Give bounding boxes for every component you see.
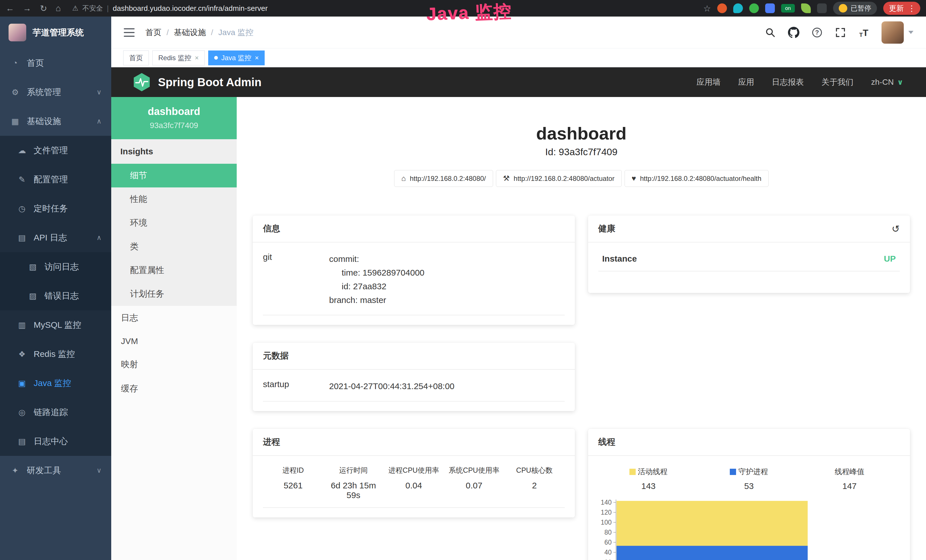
sba-item-mappings[interactable]: 映射 — [111, 352, 237, 377]
font-size-icon[interactable]: TT — [858, 27, 870, 38]
extension-icon[interactable] — [733, 3, 743, 13]
search-icon[interactable] — [764, 27, 776, 38]
sidebar-item-config-management[interactable]: ✎ 配置管理 — [0, 165, 111, 194]
legend-value: 143 — [598, 481, 699, 491]
sba-nav-wallboard[interactable]: 应用墙 — [697, 77, 721, 88]
metadata-value: 2021-04-27T00:44:31.254+08:00 — [329, 380, 455, 393]
back-icon[interactable]: ← — [6, 3, 14, 13]
chevron-down-icon: ∨ — [96, 88, 101, 96]
threads-chart-svg: 140120100806040200 — [598, 499, 900, 560]
mysql-icon: ▥ — [17, 320, 27, 330]
reload-icon[interactable]: ↻ — [40, 3, 47, 14]
sidebar-item-dev-tools[interactable]: ✦ 研发工具 ∨ — [0, 456, 111, 485]
bookmark-star-icon[interactable]: ☆ — [703, 3, 711, 14]
card-title: 信息 — [263, 223, 280, 235]
breadcrumb-item[interactable]: 首页 — [145, 27, 162, 38]
collapse-menu-icon[interactable] — [124, 28, 135, 37]
metadata-card: 元数据 startup 2021-04-27T00:44:31.254+08:0… — [253, 343, 575, 411]
tab-java-monitor[interactable]: Java 监控 × — [208, 50, 265, 65]
tab-redis-monitor[interactable]: Redis 监控 × — [152, 50, 205, 65]
sidebar-item-scheduled-tasks[interactable]: ◷ 定时任务 — [0, 194, 111, 223]
sba-item-logs[interactable]: 日志 — [111, 306, 237, 330]
browser-menu-icon[interactable]: ⋮ — [908, 4, 916, 13]
gear-icon: ⚙ — [10, 88, 21, 97]
sidebar-item-infrastructure[interactable]: ▦ 基础设施 ∧ — [0, 107, 111, 136]
sba-nav-applications[interactable]: 应用 — [738, 77, 754, 88]
sidebar-item-file-management[interactable]: ☁ 文件管理 — [0, 136, 111, 165]
sba-sidebar: dashboard 93a3fc7f7409 Insights 细节 性能 环境… — [111, 97, 237, 560]
sidebar-item-label: 定时任务 — [34, 203, 68, 215]
sba-item-scheduled-tasks[interactable]: 计划任务 — [111, 282, 237, 306]
security-label: 不安全 — [82, 4, 103, 13]
sba-item-classes[interactable]: 类 — [111, 235, 237, 259]
extension-icon[interactable] — [749, 3, 759, 13]
info-line: branch: master — [329, 293, 424, 307]
actuator-url-link[interactable]: ⚒ http://192.168.0.2:48080/actuator — [496, 170, 622, 187]
help-icon[interactable]: ? — [811, 27, 823, 38]
threads-legend: 活动线程 143 守护进程 53 线程峰值 147 — [598, 467, 900, 491]
close-icon[interactable]: × — [255, 54, 259, 62]
sidebar-item-api-logs[interactable]: ▤ API 日志 ∧ — [0, 223, 111, 252]
sba-item-config-props[interactable]: 配置属性 — [111, 259, 237, 282]
metadata-key: startup — [263, 380, 329, 393]
extension-on-badge[interactable]: on — [781, 4, 795, 12]
health-url-link[interactable]: ♥ http://192.168.0.2:48080/actuator/heal… — [625, 170, 769, 187]
sidebar-item-java-monitor[interactable]: ▣ Java 监控 — [0, 369, 111, 398]
sba-item-jvm[interactable]: JVM — [111, 330, 237, 352]
chrome-update-button[interactable]: 更新 ⋮ — [883, 2, 920, 15]
sba-item-caches[interactable]: 缓存 — [111, 377, 237, 401]
sba-header: Spring Boot Admin 应用墙 应用 日志报表 关于我们 zh-CN… — [111, 67, 926, 97]
process-col-label: 系统CPU使用率 — [444, 466, 504, 475]
home-icon[interactable]: ⌂ — [56, 3, 61, 13]
health-instance-label: Instance — [602, 254, 637, 263]
sidebar-item-log-center[interactable]: ▤ 日志中心 — [0, 427, 111, 456]
extension-icon[interactable] — [765, 3, 775, 13]
address-bar[interactable]: ⚠ 不安全 | dashboard.yudao.iocoder.cn/infra… — [72, 4, 268, 13]
instance-id-line: Id: 93a3fc7f7409 — [253, 146, 910, 157]
legend-value: 147 — [799, 481, 900, 491]
breadcrumb: 首页 / 基础设施 / Java 监控 — [145, 27, 254, 38]
extensions-puzzle-icon[interactable] — [817, 3, 827, 13]
sba-title[interactable]: Spring Boot Admin — [158, 76, 262, 89]
fullscreen-icon[interactable] — [835, 27, 846, 38]
sidebar-item-label: 系统管理 — [27, 86, 61, 98]
paused-badge[interactable]: 已暂停 — [833, 2, 877, 15]
sidebar-item-label: API 日志 — [34, 232, 67, 244]
process-col-value: 5261 — [263, 481, 324, 490]
sidebar-item-system-management[interactable]: ⚙ 系统管理 ∨ — [0, 77, 111, 107]
history-icon[interactable]: ↺ — [892, 223, 900, 235]
sba-item-environment[interactable]: 环境 — [111, 211, 237, 235]
sidebar-item-home[interactable]: ◔ 首页 — [0, 48, 111, 77]
url-text[interactable]: dashboard.yudao.iocoder.cn/infra/admin-s… — [113, 4, 268, 13]
service-url-link[interactable]: ⌂ http://192.168.0.2:48080/ — [394, 170, 493, 187]
avatar-caret-icon[interactable] — [908, 31, 914, 34]
extension-icon[interactable] — [717, 3, 727, 13]
github-icon[interactable] — [788, 27, 799, 38]
extension-icon[interactable] — [801, 3, 811, 13]
app-logo[interactable]: 芋道管理系统 — [0, 17, 111, 48]
sidebar-item-error-logs[interactable]: ▨ 错误日志 — [0, 281, 111, 310]
sba-item-details[interactable]: 细节 — [111, 164, 237, 188]
forward-icon[interactable]: → — [23, 3, 31, 13]
sba-nav-about[interactable]: 关于我们 — [822, 77, 853, 88]
language-selector[interactable]: zh-CN ∨ — [871, 77, 903, 87]
sidebar-item-label: 错误日志 — [44, 290, 79, 302]
app-sidebar: 芋道管理系统 ◔ 首页 ⚙ 系统管理 ∨ ▦ 基础设施 ∧ ☁ 文件管理 ✎ 配… — [0, 17, 111, 560]
sidebar-item-access-logs[interactable]: ▧ 访问日志 — [0, 252, 111, 281]
sba-nav-journal[interactable]: 日志报表 — [772, 77, 804, 88]
process-col-value: 0.07 — [444, 481, 504, 490]
sidebar-item-redis-monitor[interactable]: ❖ Redis 监控 — [0, 339, 111, 369]
tools-icon: ✦ — [10, 466, 21, 475]
tab-home[interactable]: 首页 — [123, 50, 149, 65]
user-avatar[interactable] — [882, 21, 904, 44]
sidebar-item-mysql-monitor[interactable]: ▥ MySQL 监控 — [0, 310, 111, 339]
svg-text:60: 60 — [604, 539, 612, 546]
instance-header[interactable]: dashboard 93a3fc7f7409 — [111, 97, 237, 139]
edit-icon: ✎ — [17, 175, 27, 184]
sba-item-metrics[interactable]: 性能 — [111, 188, 237, 211]
sidebar-item-trace[interactable]: ◎ 链路追踪 — [0, 398, 111, 427]
process-col-value: 0.04 — [384, 481, 444, 490]
close-icon[interactable]: × — [195, 54, 199, 62]
timer-icon: ◷ — [17, 204, 27, 213]
breadcrumb-item[interactable]: 基础设施 — [174, 27, 206, 38]
